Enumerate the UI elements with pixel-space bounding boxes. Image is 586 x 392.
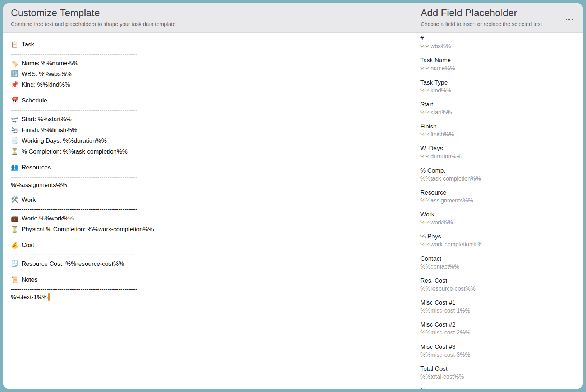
template-line: ⏳% Completion: %%task-completion%% (11, 146, 411, 157)
field-label: Task Type (420, 79, 583, 87)
field-placeholder-token: %%finish%% (420, 131, 583, 138)
section-title: Work (22, 196, 36, 203)
field-placeholder-token: %%duration%% (420, 152, 583, 160)
label-tag-icon: 🏷️ (11, 58, 22, 69)
page-subtitle: Combine free text and placeholders to sh… (11, 21, 176, 27)
section-title: Task (22, 41, 34, 48)
template-line: 💼Work: %%work%% (11, 213, 411, 224)
section-title: Notes (22, 276, 37, 283)
page-title: Customize Template (11, 8, 176, 19)
template-line: 🏷️Name: %%name%% (11, 58, 411, 69)
section-title: Cost (22, 242, 34, 249)
line-text: Working Days: %%duration%% (22, 137, 107, 144)
field-placeholder-token: %%work-completion%% (420, 241, 583, 249)
field-placeholder-token: %%work%% (420, 219, 583, 227)
field-item[interactable]: Total Cost %%total-cost%% (420, 365, 583, 381)
pushpin-icon: 📌 (11, 79, 22, 90)
template-editor[interactable]: 📋Task ----------------------------------… (3, 33, 411, 389)
field-item[interactable]: % Comp. %%task-completion%% (420, 167, 583, 183)
line-text: % Completion: %%task-completion%% (22, 148, 128, 155)
template-section: 📋Task ----------------------------------… (11, 39, 411, 90)
field-placeholder-list[interactable]: # %%wbs%% Task Name %%name%% Task Type %… (411, 33, 583, 389)
ellipsis-dot (572, 19, 573, 20)
right-header: Add Field Placeholder Choose a field to … (421, 8, 542, 27)
field-item[interactable]: Resource %%assignments%% (420, 189, 583, 205)
field-item[interactable]: W. Days %%duration%% (420, 145, 583, 160)
field-item[interactable]: Task Name %%name%% (420, 56, 583, 72)
clipboard-icon: 📋 (11, 39, 22, 50)
template-line: 🛬Finish: %%finish%% (11, 125, 411, 136)
field-label: Contact (420, 255, 583, 263)
window-body: 📋Task ----------------------------------… (3, 33, 583, 389)
field-placeholder-token: %%kind%% (420, 87, 583, 95)
receipt-icon: 🧾 (11, 259, 22, 269)
line-text: Kind: %%kind%% (22, 81, 70, 88)
template-section: 📅Schedule ------------------------------… (11, 95, 411, 157)
panel-subtitle: Choose a field to insert or replace the … (421, 21, 542, 27)
scroll-icon: 📜 (11, 274, 22, 285)
field-item[interactable]: Finish %%finish%% (420, 123, 583, 138)
field-item[interactable]: Res. Cost %%resource-cost%% (420, 277, 583, 293)
field-label: Work (420, 211, 583, 219)
section-heading: 📜Notes (11, 274, 411, 285)
field-item[interactable]: Notes (420, 387, 583, 389)
line-text: Resource Cost: %%resource-cost%% (22, 260, 124, 267)
field-item[interactable]: Misc Cost #3 %%misc-cost-3%% (420, 343, 583, 359)
briefcase-icon: 💼 (11, 213, 22, 224)
hourglass-icon: ⏳ (11, 146, 22, 157)
section-title: Resources (22, 164, 51, 171)
left-header: Customize Template Combine free text and… (11, 8, 176, 27)
field-item[interactable]: % Phys. %%work-completion%% (420, 233, 583, 249)
section-heading: 🛠️Work (11, 195, 411, 205)
dashed-separator: ----------------------------------------… (11, 173, 411, 181)
template-line: 🗒️Working Days: %%duration%% (11, 136, 411, 146)
template-section: 📜Notes ---------------------------------… (11, 274, 411, 302)
field-item[interactable]: Misc Cost #2 %%misc-cost-2%% (420, 321, 583, 337)
template-line: ⏳Physical % Completion: %%work-completio… (11, 224, 411, 235)
field-item[interactable]: Task Type %%kind%% (420, 79, 583, 95)
field-placeholder-token: %%resource-cost%% (420, 285, 583, 293)
panel-title: Add Field Placeholder (421, 8, 542, 19)
field-item[interactable]: Work %%work%% (420, 211, 583, 227)
line-text: Work: %%work%% (22, 215, 74, 222)
field-placeholder-token: %%misc-cost-1%% (420, 307, 583, 315)
input-numbers-icon: 🔢 (11, 69, 22, 79)
field-label: Res. Cost (420, 277, 583, 285)
template-line: %%text-1%% (11, 293, 411, 302)
template-section: 💰Cost ----------------------------------… (11, 240, 411, 269)
section-heading: 💰Cost (11, 240, 411, 251)
section-title: Schedule (22, 97, 47, 104)
field-placeholder-token: %%assignments%% (420, 197, 583, 205)
hammer-and-wrench-icon: 🛠️ (11, 195, 22, 205)
field-label: Total Cost (420, 365, 583, 373)
dashed-separator: ----------------------------------------… (11, 50, 411, 58)
hourglass-icon: ⏳ (11, 224, 22, 235)
field-label: W. Days (420, 145, 583, 152)
field-placeholder-token: %%misc-cost-2%% (420, 329, 583, 337)
window-header: Customize Template Combine free text and… (3, 3, 583, 33)
field-item[interactable]: # %%wbs%% (420, 35, 583, 50)
line-text: Name: %%name%% (22, 60, 78, 67)
field-label: % Comp. (420, 167, 583, 175)
field-item[interactable]: Contact %%contact%% (420, 255, 583, 271)
field-label: Resource (420, 189, 583, 197)
template-section: 👥Resources -----------------------------… (11, 162, 411, 190)
field-item[interactable]: Misc Cost #1 %%misc-cost-1%% (420, 299, 583, 315)
field-placeholder-token: %%task-completion%% (420, 175, 583, 183)
field-placeholder-token: %%contact%% (420, 263, 583, 271)
field-label: Misc Cost #3 (420, 343, 583, 351)
field-placeholder-token: %%total-cost%% (420, 373, 583, 381)
template-line: 🧾Resource Cost: %%resource-cost%% (11, 259, 411, 269)
section-rows: 💼Work: %%work%%⏳Physical % Completion: %… (11, 213, 411, 235)
more-options-button[interactable] (564, 17, 575, 22)
airplane-arrival-icon: 🛬 (11, 125, 22, 136)
field-label: Task Name (420, 56, 583, 64)
text-cursor (48, 293, 50, 301)
line-text: Start: %%start%% (22, 116, 72, 123)
dashed-separator: ----------------------------------------… (11, 205, 411, 213)
field-label: % Phys. (420, 233, 583, 241)
section-heading: 📋Task (11, 39, 411, 50)
field-item[interactable]: Start %%start%% (420, 101, 583, 117)
template-line: 🔢WBS: %%wbs%% (11, 69, 411, 79)
customize-template-window: Customize Template Combine free text and… (3, 3, 583, 389)
